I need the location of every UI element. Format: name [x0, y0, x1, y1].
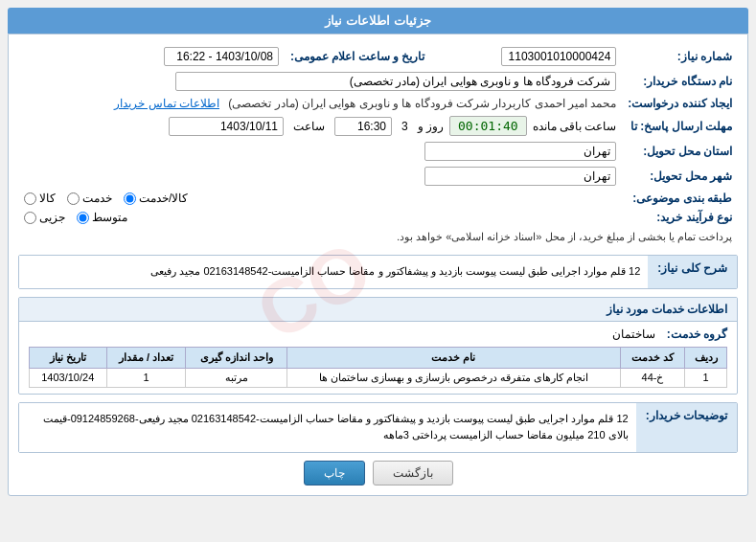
process-partial-item[interactable]: جزیی	[24, 211, 65, 224]
deadline-remaining-label: ساعت باقی مانده	[533, 120, 617, 133]
col-unit: واحد اندازه گیری	[186, 347, 286, 368]
buyer-label: نام دستگاه خریدار:	[622, 69, 738, 94]
deadline-time-label: ساعت	[293, 120, 325, 133]
city-value: تهران	[424, 167, 616, 186]
buyer-value: شرکت فرودگاه ها و ناوبری هوایی ایران (ما…	[175, 72, 616, 91]
type-goods-label: کالا	[39, 192, 56, 205]
deadline-label: مهلت ارسال پاسخ: تا	[622, 113, 738, 139]
back-button[interactable]: بازگشت	[373, 461, 453, 486]
type-goods-service-label: کالا/خدمت	[139, 192, 188, 205]
description-label: شرح کلی نیاز:	[648, 256, 737, 288]
process-partial-radio[interactable]	[24, 212, 36, 224]
service-section-header: اطلاعات خدمات مورد نیاز	[19, 298, 737, 322]
type-service-item[interactable]: خدمت	[67, 192, 112, 205]
deadline-timer: 00:01:40	[449, 116, 527, 136]
table-row: 1خ-44انجام کارهای متفرقه درخصوص بازسازی …	[30, 368, 727, 387]
creator-label: ایجاد کننده درخواست:	[622, 94, 738, 113]
buyer-notes-text: 12 قلم موارد اجرایی طبق لیست پیوست بازدی…	[19, 403, 636, 452]
col-code: کد خدمت	[620, 347, 684, 368]
type-goods-service-radio[interactable]	[124, 192, 136, 205]
process-label: نوع فرآیند خرید:	[622, 208, 738, 227]
process-medium-label: متوسط	[92, 211, 127, 224]
col-qty: تعداد / مقدار	[106, 347, 186, 368]
city-label: شهر محل تحویل:	[622, 164, 738, 189]
col-date: تاریخ نیاز	[30, 347, 107, 368]
order-number-value: 1103001010000424	[501, 47, 616, 66]
col-name: نام خدمت	[286, 347, 620, 368]
service-group-value: ساختمان	[612, 327, 655, 341]
service-group-label: گروه خدمت:	[667, 327, 727, 341]
print-button[interactable]: چاپ	[304, 461, 365, 486]
type-goods-radio[interactable]	[24, 192, 36, 205]
type-service-radio[interactable]	[67, 192, 80, 205]
creator-value: محمد امیر احمدی کاربردار شرکت فرودگاه ها…	[228, 97, 616, 110]
date-value: 1403/10/08 - 16:22	[164, 47, 279, 66]
type-service-label: خدمت	[82, 192, 112, 205]
process-partial-label: جزیی	[39, 211, 65, 224]
process-medium-radio[interactable]	[77, 212, 89, 224]
deadline-days-value: 3	[401, 120, 408, 133]
type-label: طبقه بندی موضوعی:	[622, 189, 738, 208]
contact-link[interactable]: اطلاعات تماس خریدار	[114, 97, 219, 110]
province-label: استان محل تحویل:	[622, 139, 738, 164]
process-medium-item[interactable]: متوسط	[77, 211, 127, 224]
col-row: ردیف	[685, 347, 727, 368]
description-text: 12 قلم موارد اجرایی طبق لیست پیوست بازدی…	[19, 256, 648, 288]
buyer-notes-label: توضیحات خریدار:	[636, 403, 737, 452]
page-title: جزئیات اطلاعات نیاز	[8, 8, 748, 34]
deadline-days-label: روز و	[418, 120, 444, 133]
type-goods-service-item[interactable]: کالا/خدمت	[124, 192, 188, 205]
date-label: تاریخ و ساعت اعلام عمومی:	[285, 44, 430, 69]
order-number-label: شماره نیاز:	[622, 44, 738, 69]
deadline-date: 1403/10/11	[169, 117, 284, 136]
deadline-time: 16:30	[334, 117, 392, 136]
province-value: تهران	[424, 142, 616, 161]
payment-note: پرداخت تمام یا بخشی از مبلغ خرید، از محل…	[397, 231, 732, 242]
type-goods-item[interactable]: کالا	[24, 192, 56, 205]
